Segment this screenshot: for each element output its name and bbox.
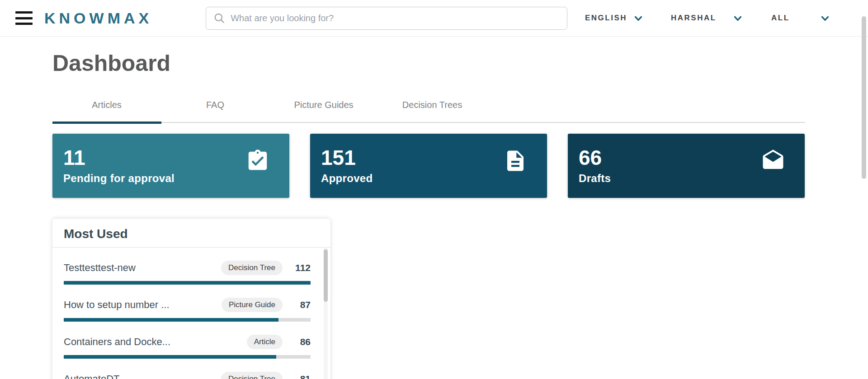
drafts-count: 66 xyxy=(579,147,611,168)
filter-dropdown[interactable]: ALL xyxy=(771,12,831,24)
header-controls: ENGLISH HARSHAL ALL xyxy=(585,12,831,24)
page-scrollbar[interactable] xyxy=(862,16,866,179)
search-input[interactable] xyxy=(231,13,560,23)
usage-progress-track xyxy=(64,318,311,322)
tab-divider xyxy=(52,122,805,123)
main-content: Dashboard Articles FAQ Picture Guides De… xyxy=(0,49,868,379)
list-item[interactable]: Testtesttest-new Decision Tree 112 xyxy=(64,248,311,285)
usage-count: 112 xyxy=(289,262,311,273)
most-used-title: Most Used xyxy=(52,219,330,247)
chevron-down-icon xyxy=(819,12,831,24)
usage-progress-fill xyxy=(64,281,311,285)
pending-approval-card[interactable]: 11 Pending for approval xyxy=(52,134,289,198)
stats-row: 11 Pending for approval 151 Approved xyxy=(52,134,805,198)
pending-count: 11 xyxy=(63,147,175,168)
content-type-badge: Decision Tree xyxy=(221,261,283,275)
list-item[interactable]: How to setup number ... Picture Guide 87 xyxy=(64,285,311,322)
approved-label: Approved xyxy=(321,172,373,185)
hamburger-menu-icon[interactable] xyxy=(15,11,33,25)
usage-count: 87 xyxy=(289,299,311,310)
item-title: AutomateDT xyxy=(64,373,221,379)
chevron-down-icon xyxy=(732,12,744,24)
drafts-label: Drafts xyxy=(579,172,611,185)
usage-count: 86 xyxy=(289,337,311,347)
content-type-badge: Picture Guide xyxy=(222,298,283,312)
item-title: Containers and Docke... xyxy=(64,336,247,348)
tab-picture-guides[interactable]: Picture Guides xyxy=(269,99,378,122)
drafts-card[interactable]: 66 Drafts xyxy=(568,134,805,198)
tab-articles[interactable]: Articles xyxy=(52,99,161,122)
knowmax-logo: KNOWMAX xyxy=(44,9,152,27)
language-dropdown[interactable]: ENGLISH xyxy=(585,12,644,24)
list-item[interactable]: AutomateDT Decision Tree 81 xyxy=(64,359,311,379)
chevron-down-icon xyxy=(632,12,644,24)
most-used-list: Testtesttest-new Decision Tree 112 How t… xyxy=(52,248,330,379)
usage-count: 81 xyxy=(289,374,311,379)
user-dropdown[interactable]: HARSHAL xyxy=(671,12,744,24)
search-icon xyxy=(213,12,225,24)
filter-dropdown-label: ALL xyxy=(771,14,790,23)
content-type-tabs: Articles FAQ Picture Guides Decision Tre… xyxy=(52,99,805,123)
usage-progress-track xyxy=(64,355,311,359)
content-type-badge: Decision Tree xyxy=(221,372,283,379)
usage-progress-fill xyxy=(64,355,276,359)
list-item[interactable]: Containers and Docke... Article 86 xyxy=(64,322,311,359)
usage-progress-fill xyxy=(64,318,278,322)
envelope-open-icon xyxy=(761,149,785,175)
item-title: Testtesttest-new xyxy=(64,262,221,274)
document-icon xyxy=(503,149,528,175)
language-dropdown-label: ENGLISH xyxy=(585,14,627,23)
usage-progress-track xyxy=(64,281,311,285)
item-title: How to setup number ... xyxy=(64,299,222,311)
approved-count: 151 xyxy=(321,147,373,168)
user-dropdown-label: HARSHAL xyxy=(671,14,717,23)
active-tab-indicator xyxy=(52,122,161,124)
approved-card[interactable]: 151 Approved xyxy=(310,134,547,198)
pending-label: Pending for approval xyxy=(63,172,175,185)
top-bar: KNOWMAX ENGLISH HARSHAL ALL xyxy=(0,0,868,37)
tab-faq[interactable]: FAQ xyxy=(161,99,269,122)
tab-decision-trees[interactable]: Decision Trees xyxy=(378,99,486,122)
most-used-panel: Most Used Testtesttest-new Decision Tree… xyxy=(52,219,330,379)
panel-scrollbar-thumb[interactable] xyxy=(324,249,328,302)
page-title: Dashboard xyxy=(52,49,805,78)
content-type-badge: Article xyxy=(247,335,283,349)
clipboard-check-icon xyxy=(245,149,270,175)
search-box[interactable] xyxy=(206,7,567,30)
